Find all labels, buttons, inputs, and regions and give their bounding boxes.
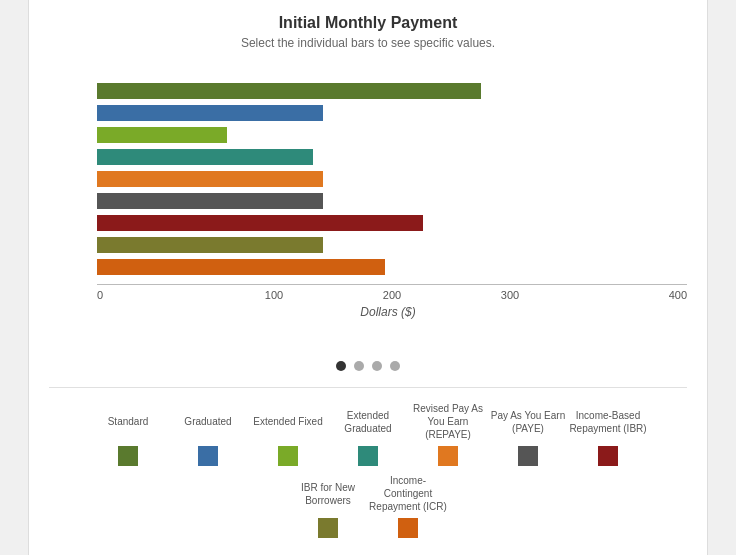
bar[interactable] [97,105,323,121]
main-card: Initial Monthly Payment Select the indiv… [28,0,708,555]
legend-item: Standard [88,402,168,466]
legend-label: IBR for New Borrowers [288,474,368,514]
bar-row[interactable] [97,170,687,188]
bar-row[interactable] [97,192,687,210]
nav-dot[interactable] [372,361,382,371]
legend-label: Pay As You Earn (PAYE) [488,402,568,442]
legend-swatch [198,446,218,466]
bar[interactable] [97,259,385,275]
bar[interactable] [97,215,423,231]
legend-label: Income-Based Repayment (IBR) [568,402,648,442]
legend-item: Pay As You Earn (PAYE) [488,402,568,466]
legend-label: Graduated [184,402,231,442]
bar[interactable] [97,149,313,165]
bar-row[interactable] [97,258,687,276]
legend-item: Income-Based Repayment (IBR) [568,402,648,466]
dots-nav [49,361,687,371]
chart-area: 0100200300400 Dollars ($) [49,66,687,349]
legend-swatch [118,446,138,466]
legend-area: StandardGraduatedExtended FixedExtended … [49,387,687,546]
legend-item: Extended Fixed [248,402,328,466]
x-axis-label: 300 [451,289,569,301]
axis-title: Dollars ($) [89,305,687,319]
legend-swatch [318,518,338,538]
x-axis-label: 100 [215,289,333,301]
bar-row[interactable] [97,126,687,144]
bar-row[interactable] [97,148,687,166]
legend-swatch [438,446,458,466]
bar[interactable] [97,171,323,187]
x-axis-labels: 0100200300400 [97,289,687,301]
bar[interactable] [97,237,323,253]
x-axis-label: 400 [569,289,687,301]
legend-item: IBR for New Borrowers [288,474,368,538]
legend-label: Extended Fixed [253,402,323,442]
bars-container [97,76,687,280]
x-axis-label: 200 [333,289,451,301]
legend-swatch [518,446,538,466]
x-axis-label: 0 [97,289,215,301]
bar-row[interactable] [97,236,687,254]
bar-row[interactable] [97,214,687,232]
bar-row[interactable] [97,82,687,100]
legend-swatch [358,446,378,466]
legend-swatch [398,518,418,538]
legend-swatch [598,446,618,466]
legend-label: Revised Pay As You Earn (REPAYE) [408,402,488,442]
bar[interactable] [97,193,323,209]
legend-item: Revised Pay As You Earn (REPAYE) [408,402,488,466]
legend-item: Extended Graduated [328,402,408,466]
bar[interactable] [97,127,227,143]
chart-subtitle: Select the individual bars to see specif… [49,36,687,50]
nav-dot[interactable] [354,361,364,371]
chart-title: Initial Monthly Payment [49,14,687,32]
legend-label: Standard [108,402,149,442]
bar-row[interactable] [97,104,687,122]
legend-label: Income-Contingent Repayment (ICR) [368,474,448,514]
legend-swatch [278,446,298,466]
bar[interactable] [97,83,481,99]
nav-dot[interactable] [336,361,346,371]
nav-dot[interactable] [390,361,400,371]
legend-item: Income-Contingent Repayment (ICR) [368,474,448,538]
legend-item: Graduated [168,402,248,466]
legend-label: Extended Graduated [328,402,408,442]
